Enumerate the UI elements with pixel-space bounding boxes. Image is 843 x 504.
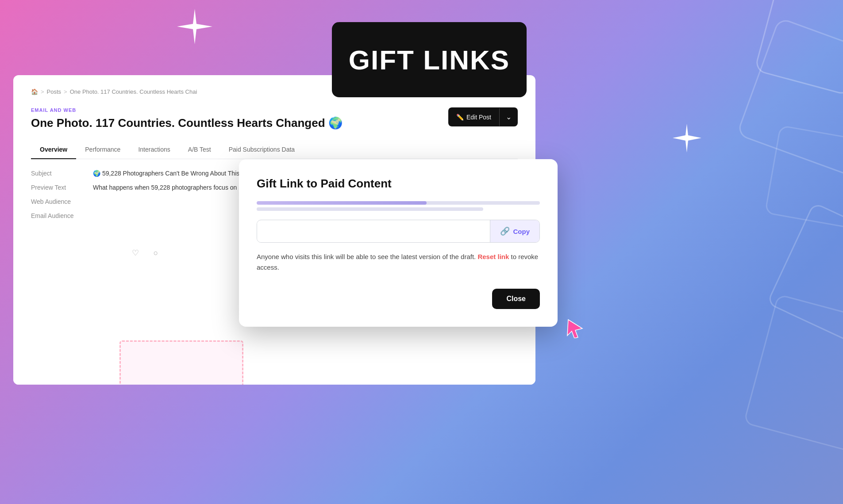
breadcrumb-sep-2: >	[64, 88, 67, 95]
url-input[interactable]	[257, 221, 490, 242]
modal-wrapper: Gift Link to Paid Content 🔗 Copy Anyone …	[239, 159, 558, 327]
gift-links-title: GIFT LINKS	[349, 44, 510, 76]
loading-bar-2	[257, 207, 483, 211]
tab-ab-test[interactable]: A/B Test	[179, 141, 220, 159]
copy-label: Copy	[513, 228, 530, 235]
post-page-fade	[13, 332, 535, 385]
svg-rect-4	[744, 294, 843, 457]
modal-title: Gift Link to Paid Content	[257, 177, 540, 191]
edit-post-button[interactable]: ✏️ Edit Post ⌄	[448, 107, 518, 126]
post-header: EMAIL AND WEB One Photo. 117 Countries. …	[31, 107, 518, 130]
modal-footer: Close	[257, 289, 540, 309]
tab-performance[interactable]: Performance	[76, 141, 129, 159]
edit-post-main[interactable]: ✏️ Edit Post	[448, 108, 499, 126]
close-button[interactable]: Close	[492, 289, 540, 309]
loading-bar-1	[257, 201, 540, 205]
post-title: One Photo. 117 Countries. Countless Hear…	[31, 116, 343, 130]
star-decoration-right	[673, 124, 701, 154]
url-input-row: 🔗 Copy	[257, 220, 540, 243]
star-decoration-top	[177, 9, 212, 46]
tab-paid-subscriptions[interactable]: Paid Subscriptions Data	[220, 141, 304, 159]
svg-rect-1	[737, 18, 843, 177]
subject-value: 🌍 59,228 Photographers Can't Be Wrong Ab…	[93, 170, 245, 177]
preview-label: Preview Text	[31, 184, 84, 191]
right-decorations	[675, 0, 843, 504]
breadcrumb-current: One Photo. 117 Countries. Countless Hear…	[70, 88, 197, 95]
svg-rect-2	[765, 126, 843, 228]
gift-link-modal: Gift Link to Paid Content 🔗 Copy Anyone …	[239, 159, 558, 327]
tab-overview[interactable]: Overview	[31, 141, 76, 159]
breadcrumb-posts[interactable]: Posts	[47, 88, 62, 95]
loading-bar-fill	[257, 201, 427, 205]
breadcrumb-home-icon[interactable]: 🏠	[31, 88, 38, 95]
pencil-icon: ✏️	[456, 114, 464, 121]
comment-icon[interactable]: ○	[149, 246, 163, 260]
link-icon: 🔗	[500, 226, 510, 236]
web-audience-label: Web Audience	[31, 198, 84, 205]
desc-before: Anyone who visits this link will be able…	[257, 253, 476, 260]
edit-post-caret[interactable]: ⌄	[500, 107, 518, 126]
tabs-bar: Overview Performance Interactions A/B Te…	[31, 141, 518, 159]
cursor	[566, 319, 584, 340]
breadcrumb-sep-1: >	[41, 88, 44, 95]
stamp-preview	[119, 340, 243, 385]
tab-interactions[interactable]: Interactions	[129, 141, 179, 159]
email-audience-label: Email Audience	[31, 212, 84, 219]
gift-links-banner: GIFT LINKS	[332, 22, 527, 97]
copy-button[interactable]: 🔗 Copy	[490, 220, 540, 242]
heart-icon[interactable]: ♡	[128, 246, 142, 260]
modal-description: Anyone who visits this link will be able…	[257, 252, 540, 273]
post-info: EMAIL AND WEB One Photo. 117 Countries. …	[31, 107, 343, 130]
subject-label: Subject	[31, 170, 84, 177]
edit-post-label: Edit Post	[466, 114, 491, 121]
reset-link[interactable]: Reset link	[477, 253, 509, 260]
post-label: EMAIL AND WEB	[31, 107, 343, 113]
